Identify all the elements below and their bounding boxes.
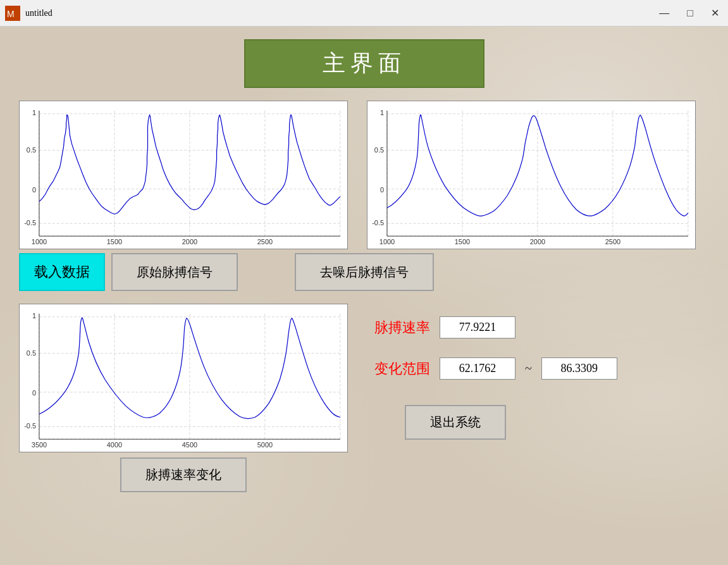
load-data-button[interactable]: 载入数据	[19, 253, 105, 291]
titlebar: M untitled — □ ✕	[0, 0, 728, 27]
chart-pulse-svg: 1 0.5 0 -0.5	[20, 304, 347, 452]
x-label-1500: 1500	[107, 238, 122, 245]
range-high-value: 86.3309	[541, 357, 617, 380]
change-range-row: 变化范围 62.1762 ~ 86.3309	[373, 357, 703, 380]
main-content: 主界面 1 0.5 0 -0.5	[0, 27, 728, 499]
chart-pulse-rate-change: 1 0.5 0 -0.5	[19, 304, 348, 452]
close-button[interactable]: ✕	[707, 6, 723, 20]
y-label-n05: -0.5	[372, 219, 384, 227]
chart-original-signal: 1 0.5 0 -0.5	[19, 101, 348, 249]
x-label-1000: 1000	[379, 238, 395, 245]
top-buttons-row: 载入数据 原始脉搏信号 去噪后脉搏信号	[19, 253, 709, 291]
x-label-2000: 2000	[530, 238, 545, 245]
y-label-0: 0	[32, 186, 36, 194]
y-label-1: 1	[380, 109, 384, 116]
x-label-5000: 5000	[257, 441, 273, 449]
app-icon: M	[5, 6, 20, 21]
chart-denoised-svg: 1 0.5 0 -0.5 1000	[367, 101, 695, 249]
y-label-1: 1	[32, 312, 36, 320]
y-label-05: 0.5	[27, 146, 36, 154]
maximize-button[interactable]: □	[683, 6, 697, 20]
chart-original-svg: 1 0.5 0 -0.5	[20, 101, 347, 249]
charts-top-row: 1 0.5 0 -0.5	[19, 101, 709, 249]
change-range-label: 变化范围	[373, 359, 430, 378]
chart-denoised-signal: 1 0.5 0 -0.5 1000	[367, 101, 696, 249]
main-title: 主界面	[323, 51, 406, 76]
y-label-n05: -0.5	[24, 219, 36, 227]
header-box: 主界面	[244, 39, 484, 88]
bottom-section: 1 0.5 0 -0.5	[19, 304, 709, 492]
minimize-button[interactable]: —	[655, 6, 673, 20]
x-label-4500: 4500	[182, 441, 197, 449]
x-label-3500: 3500	[32, 441, 47, 449]
original-signal-button[interactable]: 原始脉搏信号	[111, 253, 238, 291]
y-label-0: 0	[380, 186, 384, 194]
svg-text:M: M	[7, 9, 15, 19]
tilde-separator: ~	[525, 361, 532, 376]
x-label-1000: 1000	[32, 238, 47, 245]
x-label-4000: 4000	[107, 441, 122, 449]
pulse-rate-row: 脉搏速率 77.9221	[373, 316, 703, 338]
y-label-05: 0.5	[27, 349, 36, 357]
range-low-value: 62.1762	[440, 357, 515, 380]
y-label-1: 1	[32, 109, 36, 116]
x-label-2500: 2500	[257, 238, 273, 245]
y-label-0: 0	[32, 389, 36, 397]
window-controls: — □ ✕	[655, 6, 723, 20]
x-label-2000: 2000	[182, 238, 197, 245]
bottom-right-section: 脉搏速率 77.9221 变化范围 62.1762 ~ 86.3309 退出系统	[367, 304, 709, 452]
pulse-rate-label: 脉搏速率	[373, 318, 430, 337]
x-label-1500: 1500	[455, 238, 470, 245]
pulse-rate-change-button[interactable]: 脉搏速率变化	[120, 457, 247, 492]
bottom-left-section: 1 0.5 0 -0.5	[19, 304, 348, 492]
x-label-2500: 2500	[605, 238, 620, 245]
window-title: untitled	[25, 8, 655, 18]
pulse-rate-value: 77.9221	[440, 316, 515, 338]
exit-button[interactable]: 退出系统	[405, 405, 506, 440]
denoised-signal-button[interactable]: 去噪后脉搏信号	[295, 253, 434, 291]
y-label-n05: -0.5	[24, 422, 36, 430]
y-label-05: 0.5	[374, 146, 384, 154]
